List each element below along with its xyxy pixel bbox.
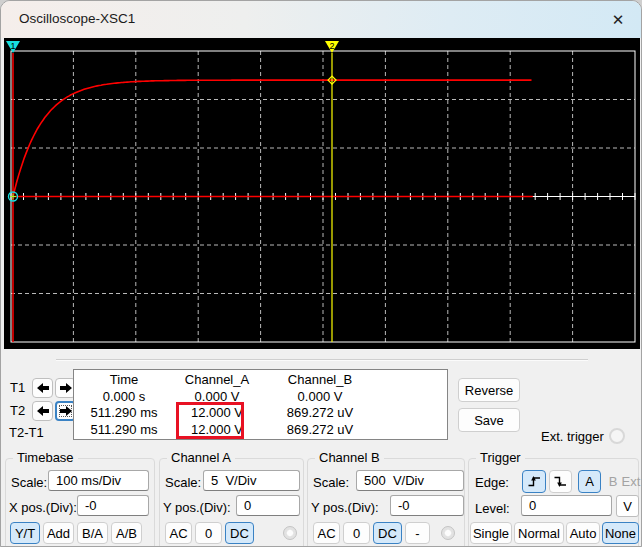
trigger-level-label: Level: (475, 501, 510, 516)
scope-plot: 1 2 (4, 38, 640, 349)
arrow-left-icon (37, 406, 49, 416)
channel-a-terminal (283, 526, 297, 540)
t2-t1-label: T2-T1 (9, 425, 44, 440)
timebase-mode-yt-button[interactable]: Y/T (10, 522, 40, 544)
arrow-left-icon (37, 383, 49, 393)
channel-b-ypos-input[interactable] (390, 495, 464, 516)
trigger-edge-label: Edge: (475, 475, 509, 490)
close-icon[interactable]: ✕ (606, 8, 630, 32)
t1-step-left-button[interactable] (32, 378, 53, 398)
t2-t1-channel-b-value: 869.272 uV (265, 422, 375, 439)
trigger-level-input[interactable] (521, 495, 612, 516)
channel-a-ypos-label: Y pos.(Div): (163, 500, 231, 515)
trigger-auto-button[interactable]: Auto (566, 522, 600, 544)
channel-a-ac-button[interactable]: AC (165, 522, 192, 544)
channel-b-scale-input[interactable] (356, 470, 464, 491)
titlebar[interactable]: Oscilloscope-XSC1 ✕ (1, 1, 641, 38)
trigger-source-ext-button: Ext (619, 470, 642, 492)
channel-b-terminal (441, 526, 455, 540)
channel-a-dc-button[interactable]: DC (225, 522, 254, 544)
red-highlight-annotation (176, 402, 244, 439)
channel-a-zero-button[interactable]: 0 (195, 522, 222, 544)
ext-trigger-terminal (609, 428, 625, 444)
ext-trigger-label: Ext. trigger (541, 429, 604, 444)
cursor-1[interactable]: 1 (6, 41, 20, 342)
t2-step-left-button[interactable] (32, 401, 53, 421)
t2-t1-time-value: 511.290 ms (79, 422, 169, 439)
timebase-mode-add-button[interactable]: Add (43, 522, 74, 544)
channel-b-minus-button[interactable]: - (405, 522, 430, 544)
scope-display: 1 2 (4, 38, 640, 349)
channel-a-group-title: Channel A (167, 450, 235, 465)
column-header-channel-a: Channel_A (169, 372, 265, 389)
channel-a-scale-label: Scale: (165, 475, 201, 490)
t1-time-value: 0.000 s (79, 389, 169, 406)
trigger-rising-edge-button[interactable] (522, 470, 546, 493)
timebase-mode-ab-button[interactable]: A/B (111, 522, 142, 544)
t2-channel-b-value: 869.272 uV (265, 405, 375, 422)
column-header-time: Time (79, 372, 169, 389)
channel-b-dc-button[interactable]: DC (373, 522, 402, 544)
channel-a-scale-input[interactable] (203, 470, 300, 491)
channel-b-group-title: Channel B (315, 450, 384, 465)
readout-table: Time Channel_A Channel_B 0.000 s 0.000 V… (74, 370, 447, 438)
cursor-2-label: 2 (329, 41, 334, 51)
channel-b-scale-label: Scale: (313, 475, 349, 490)
timebase-scale-label: Scale: (11, 475, 47, 490)
measurement-readout-panel: Time Channel_A Channel_B 0.000 s 0.000 V… (73, 369, 448, 440)
separator-line (56, 359, 588, 361)
falling-edge-icon (553, 475, 568, 488)
t1-label: T1 (10, 380, 25, 395)
rising-edge-icon (527, 475, 542, 488)
trigger-none-button[interactable]: None (602, 522, 639, 544)
t1-channel-b-value: 0.000 V (265, 389, 375, 406)
timebase-xpos-label: X pos.(Div): (9, 500, 77, 515)
timebase-group-title: Timebase (13, 450, 78, 465)
column-header-channel-b: Channel_B (265, 372, 375, 389)
timebase-scale-input[interactable] (48, 470, 149, 491)
save-button[interactable]: Save (458, 408, 520, 432)
arrow-right-icon (60, 383, 72, 393)
channel-a-trace (13, 80, 532, 196)
t2-time-value: 511.290 ms (79, 405, 169, 422)
cursor-1-label: 1 (10, 41, 15, 51)
channel-b-ac-button[interactable]: AC (313, 522, 340, 544)
timebase-xpos-input[interactable] (77, 495, 149, 516)
trigger-group-title: Trigger (476, 450, 525, 465)
trigger-source-a-button[interactable]: A (578, 470, 601, 493)
channel-b-ypos-label: Y pos.(Div): (311, 500, 379, 515)
channel-a-ypos-input[interactable] (236, 495, 300, 516)
reverse-button[interactable]: Reverse (458, 378, 520, 402)
t2-label: T2 (10, 403, 25, 418)
trigger-falling-edge-button[interactable] (549, 470, 572, 493)
window-title: Oscilloscope-XSC1 (19, 11, 135, 26)
cursor-2[interactable]: 2 (325, 41, 339, 342)
trigger-normal-button[interactable]: Normal (514, 522, 564, 544)
channel-b-zero-button[interactable]: 0 (343, 522, 370, 544)
timebase-mode-ba-button[interactable]: B/A (77, 522, 108, 544)
trigger-single-button[interactable]: Single (470, 522, 512, 544)
trigger-level-unit: V (616, 495, 639, 517)
oscilloscope-window: Oscilloscope-XSC1 ✕ 1 (0, 0, 642, 547)
arrow-right-icon (60, 406, 72, 416)
